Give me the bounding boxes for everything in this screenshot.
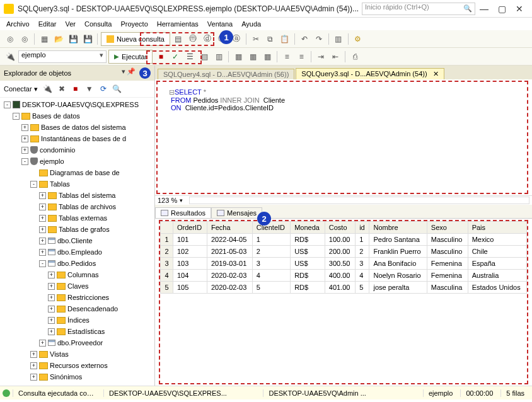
tree-node[interactable]: +Columnas — [0, 269, 154, 280]
cell[interactable]: Femenina — [427, 270, 468, 282]
cell[interactable]: Masculino — [427, 246, 468, 258]
table-row[interactable]: 11012022-04-051RD$100.001Pedro SantanaMa… — [161, 234, 527, 246]
quick-launch-input[interactable]: Inicio rápido (Ctrl+Q) 🔍 — [362, 3, 475, 15]
comment-button[interactable]: ≡ — [280, 50, 293, 63]
stop-button[interactable]: ■ — [154, 50, 167, 63]
nav-back-button[interactable]: ◎ — [4, 33, 16, 45]
text-icon[interactable]: ▦ — [246, 50, 259, 63]
cell[interactable]: Estados Unidos — [468, 282, 526, 294]
cell[interactable]: Franklin Puerro — [369, 246, 427, 258]
expand-toggle[interactable]: + — [39, 192, 46, 199]
tab-resultados[interactable]: Resultados — [155, 207, 211, 218]
menu-editar[interactable]: Editar — [38, 20, 57, 28]
column-header[interactable]: Sexo — [427, 222, 468, 234]
cell[interactable]: RD$ — [291, 234, 325, 246]
cell[interactable]: 200.00 — [325, 246, 355, 258]
connect-icon[interactable]: 🔌 — [42, 83, 54, 95]
cell[interactable]: RD$ — [291, 282, 325, 294]
cell[interactable]: 2020-02-03 — [207, 270, 253, 282]
execute-button[interactable]: ▶Ejecutar — [108, 50, 153, 64]
cell[interactable]: Femenina — [427, 258, 468, 270]
cell[interactable]: RD$ — [291, 270, 325, 282]
column-header[interactable]: Fecha — [207, 222, 253, 234]
tree-node[interactable]: +Tablas de archivos — [0, 201, 154, 212]
cell[interactable]: US$ — [291, 258, 325, 270]
indent-button[interactable]: ⇥ — [315, 50, 327, 63]
tab-sqlquery4[interactable]: SQLQuery4.sql - D...AE5VQ\Admin (56)) — [158, 69, 294, 79]
menu-ayuda[interactable]: Ayuda — [241, 20, 261, 28]
maximize-button[interactable]: ▢ — [493, 4, 511, 14]
tree-node[interactable]: +dbo.Cliente — [0, 235, 154, 246]
expand-toggle[interactable]: + — [21, 124, 28, 131]
cell[interactable]: 2019-03-01 — [207, 258, 253, 270]
expand-toggle[interactable]: + — [48, 294, 55, 301]
horizontal-scrollbar[interactable] — [189, 197, 529, 204]
cell[interactable]: 5 — [356, 282, 369, 294]
tree-node[interactable]: +dbo.Proveedor — [0, 337, 154, 348]
cell[interactable]: Masculino — [427, 234, 468, 246]
tree-node[interactable]: +Recursos externos — [0, 360, 154, 371]
menu-consulta[interactable]: Consulta — [84, 20, 112, 28]
expand-toggle[interactable]: - — [13, 113, 20, 120]
expand-toggle[interactable]: + — [30, 374, 37, 381]
undo-button[interactable]: ↶ — [298, 33, 311, 45]
tree-node[interactable]: +Estadísticas — [0, 326, 154, 337]
cell[interactable]: 3 — [356, 258, 369, 270]
cell[interactable]: 400.00 — [325, 270, 355, 282]
dmx-icon[interactable]: ⓓ — [201, 33, 214, 45]
results-text-button[interactable]: ▥ — [212, 50, 225, 63]
filter-icon[interactable]: ▼ — [83, 83, 96, 95]
cut-button[interactable]: ✂ — [250, 33, 262, 45]
expand-toggle[interactable]: + — [39, 204, 46, 210]
tree-node[interactable]: -ejemplo — [0, 156, 154, 167]
results-grid[interactable]: OrderIDFechaClienteIDMonedaCostoidNombre… — [159, 220, 528, 384]
expand-toggle[interactable]: - — [39, 260, 46, 267]
expand-toggle[interactable]: + — [39, 226, 46, 233]
column-header[interactable]: OrderID — [173, 222, 207, 234]
tree-node[interactable]: Diagramas de base de — [0, 167, 154, 178]
tree-node[interactable]: +dbo.Empleado — [0, 246, 154, 258]
specify-button[interactable]: ⎙ — [349, 50, 361, 63]
copy-button[interactable]: ⧉ — [264, 33, 277, 45]
zoom-dropdown-icon[interactable]: ▾ — [180, 197, 183, 204]
pin-icon[interactable]: 📌 — [127, 67, 136, 79]
tree-node[interactable]: +Restricciones — [0, 292, 154, 303]
expand-toggle[interactable]: + — [48, 317, 55, 324]
database-select[interactable]: ejemplo ▾ — [18, 50, 107, 63]
save-all-button[interactable]: 💾 — [81, 33, 94, 45]
change-connection-button[interactable]: 🔌 — [4, 50, 16, 63]
tree-node[interactable]: +Tablas de grafos — [0, 224, 154, 235]
xquery-icon[interactable]: ▤ — [172, 33, 185, 45]
cell[interactable]: jose peralta — [369, 282, 427, 294]
minimize-button[interactable]: — — [475, 4, 493, 14]
dropdown-icon[interactable]: ▾ — [122, 67, 125, 79]
table-row[interactable]: 21022021-05-032US$200.002Franklin Puerro… — [161, 246, 527, 258]
tab-close-icon[interactable]: ✕ — [433, 70, 439, 78]
expand-toggle[interactable]: + — [39, 215, 46, 222]
cell[interactable]: Australia — [468, 270, 526, 282]
expand-toggle[interactable]: - — [30, 181, 37, 188]
grid-icon[interactable]: ▦ — [232, 50, 245, 63]
tree-node[interactable]: +Instantáneas de bases de d — [0, 133, 154, 144]
tree-node[interactable]: +Tablas del sistema — [0, 190, 154, 201]
activity-icon[interactable]: ⚙ — [352, 33, 364, 45]
open-button[interactable]: 📂 — [52, 33, 65, 45]
cell[interactable]: Pedro Santana — [369, 234, 427, 246]
tree-node[interactable]: +Desencadenado — [0, 303, 154, 314]
cell[interactable]: 102 — [173, 246, 207, 258]
search-tree-icon[interactable]: 🔍 — [111, 83, 124, 95]
table-row[interactable]: 41042020-02-034RD$400.004Noelyn RosarioF… — [161, 270, 527, 282]
expand-toggle[interactable]: + — [48, 306, 55, 313]
cell[interactable]: Ana Bonifacio — [369, 258, 427, 270]
cell[interactable]: 1 — [252, 234, 290, 246]
cell[interactable]: 3 — [252, 258, 290, 270]
cell[interactable]: Masculina — [427, 282, 468, 294]
tab-mensajes[interactable]: Mensajes — [211, 207, 262, 218]
cell[interactable]: Mexico — [468, 234, 526, 246]
paste-button[interactable]: 📋 — [279, 33, 291, 45]
tree-node[interactable]: +Sinónimos — [0, 371, 154, 382]
expand-toggle[interactable]: + — [21, 147, 28, 154]
column-header[interactable]: ClienteID — [252, 222, 290, 234]
cell[interactable]: 300.50 — [325, 258, 355, 270]
sql-editor[interactable]: ⊟SELECT * FROM Pedidos INNER JOIN Client… — [156, 81, 528, 194]
